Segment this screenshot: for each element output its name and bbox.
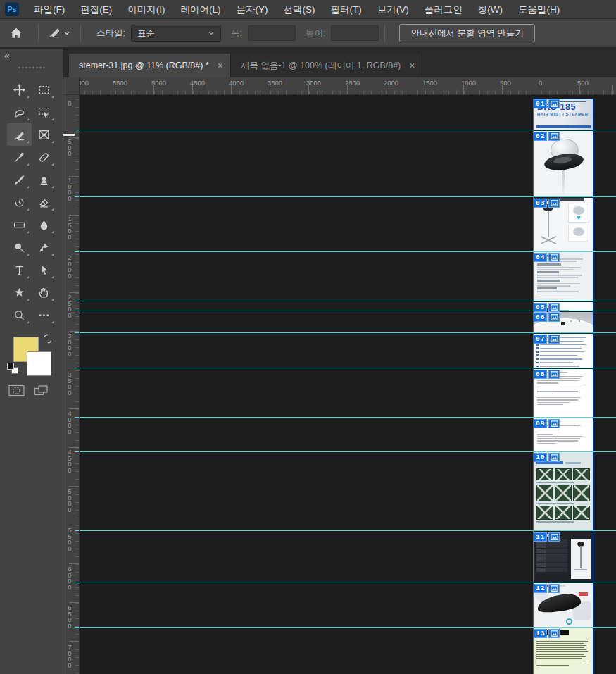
slice-image-icon	[548, 370, 560, 379]
slice-badge-13[interactable]: 13	[534, 629, 560, 638]
slice-badge-09[interactable]: 09	[534, 419, 560, 428]
menu-item[interactable]: 창(W)	[470, 0, 510, 19]
guide-line[interactable]	[80, 451, 616, 452]
dodge-tool-icon[interactable]	[7, 236, 32, 258]
slice-badge-11[interactable]: 11	[534, 532, 560, 542]
menu-item[interactable]: 선택(S)	[276, 0, 323, 19]
ruler-corner[interactable]	[63, 77, 80, 95]
path-selection-tool-icon[interactable]	[32, 258, 56, 281]
slice-tool-icon[interactable]	[7, 123, 32, 146]
custom-shape-tool-icon[interactable]	[7, 281, 32, 304]
horizontal-ruler[interactable]: 6000550050004500400035003000250020001500…	[80, 77, 616, 95]
slice-number: 06	[534, 313, 547, 322]
swap-colors-icon[interactable]	[42, 333, 54, 347]
guide-line[interactable]	[80, 196, 616, 197]
width-label: 폭:	[231, 27, 242, 39]
pen-tool-icon[interactable]	[32, 236, 56, 258]
assembly-step-photo	[536, 485, 553, 501]
slice-badge-10[interactable]: 10	[534, 453, 560, 462]
guide-tick	[75, 451, 79, 452]
menu-item[interactable]: 파일(F)	[26, 0, 73, 19]
slice-badge-02[interactable]: 02	[534, 132, 560, 141]
slices-from-guides-button[interactable]: 안내선에서 분할 영역 만들기	[399, 24, 534, 42]
panel-grip[interactable]	[18, 66, 46, 69]
eyedropper-tool-icon[interactable]	[7, 146, 32, 168]
guide-line[interactable]	[80, 627, 616, 628]
eraser-tool-icon[interactable]	[32, 191, 56, 213]
clone-stamp-tool-icon[interactable]	[32, 168, 56, 191]
separator	[80, 24, 81, 42]
vertical-ruler[interactable]: 05 0 01 0 0 01 5 0 02 0 0 02 5 0 03 0 0 …	[63, 95, 80, 674]
menu-item[interactable]: 레이어(L)	[173, 0, 229, 19]
spot-healing-tool-icon[interactable]	[32, 146, 56, 168]
guide-tick	[75, 311, 79, 311]
background-color-swatch[interactable]	[27, 351, 51, 376]
menu-item[interactable]: 도움말(H)	[510, 0, 567, 19]
history-brush-tool-icon[interactable]	[7, 191, 32, 213]
slice-badge-05[interactable]: 05	[534, 303, 560, 312]
spec-table-row	[536, 568, 567, 572]
ruler-label: 500	[500, 79, 511, 87]
menu-item[interactable]: 편집(E)	[73, 0, 120, 19]
bullet-icon	[536, 354, 539, 356]
collapse-panel-icon[interactable]: «	[4, 50, 10, 61]
slice-badge-03[interactable]: 03	[534, 199, 560, 208]
menu-item[interactable]: 이미지(I)	[120, 0, 172, 19]
default-colors-icon[interactable]	[7, 363, 18, 374]
home-icon[interactable]	[10, 27, 23, 39]
slice-badge-01[interactable]: 01	[534, 99, 560, 108]
guide-line[interactable]	[80, 417, 616, 418]
guide-line[interactable]	[80, 332, 616, 333]
style-dropdown[interactable]: 표준	[131, 25, 221, 42]
hand-tool-icon[interactable]	[32, 281, 56, 304]
slice-tool-preset[interactable]	[44, 26, 75, 41]
section-heading-line	[537, 280, 560, 282]
text-line	[537, 394, 553, 394]
guide-line[interactable]	[80, 368, 616, 368]
slice-badge-06[interactable]: 06	[534, 313, 560, 322]
slice-badge-08[interactable]: 08	[534, 370, 560, 379]
close-tab-icon[interactable]: ×	[218, 60, 223, 71]
text-line	[537, 277, 578, 278]
rectangular-marquee-tool-icon[interactable]	[32, 78, 56, 101]
object-selection-tool-icon[interactable]	[32, 101, 56, 123]
ruler-label: 2500	[345, 79, 360, 87]
ruler-label: 5 0 0 0	[63, 489, 76, 513]
tab-untitled-1[interactable]: 제목 없음-1 @ 100% (레이어 1, RGB/8#) ×	[231, 54, 423, 77]
blur-tool-icon[interactable]	[32, 213, 56, 236]
bullet-icon	[536, 351, 539, 353]
screen-mode-icon[interactable]	[34, 385, 49, 399]
text-line	[537, 291, 579, 292]
frame-tool-icon[interactable]	[32, 123, 56, 146]
spec-value-cell	[546, 563, 567, 567]
lasso-tool-icon[interactable]	[7, 101, 32, 123]
quick-mask-icon[interactable]	[8, 385, 25, 399]
close-tab-icon[interactable]: ×	[409, 60, 415, 71]
guide-line[interactable]	[80, 530, 616, 531]
guide-line[interactable]	[80, 301, 616, 301]
slice-badge-07[interactable]: 07	[534, 335, 560, 344]
menu-item[interactable]: 필터(T)	[323, 0, 370, 19]
brush-tool-icon[interactable]	[7, 168, 32, 191]
tab-stemer-31[interactable]: stemer-31.jpg @ 11% (RGB/8#) * ×	[69, 54, 231, 77]
more-tools-tool-icon[interactable]	[32, 304, 56, 326]
menu-item[interactable]: 보기(V)	[370, 0, 417, 19]
slice-badge-04[interactable]: 04	[534, 253, 560, 262]
slice-image-icon	[548, 419, 560, 428]
guide-line[interactable]	[80, 582, 616, 582]
guide-line[interactable]	[80, 251, 616, 252]
zoom-tool-icon[interactable]	[7, 304, 32, 326]
menu-item[interactable]: 플러그인	[417, 0, 470, 19]
menu-item[interactable]: 문자(Y)	[229, 0, 276, 19]
photoshop-logo-icon[interactable]: Ps	[5, 2, 19, 16]
move-tool-icon[interactable]	[7, 78, 32, 101]
slice-number: 01	[534, 99, 547, 108]
guide-line[interactable]	[80, 130, 616, 130]
options-bar: 스타일: 표준 폭: 높이: 안내선에서 분할 영역 만들기	[0, 19, 616, 48]
steamer-stand-photo	[548, 211, 549, 237]
type-tool-icon[interactable]	[7, 258, 32, 281]
ruler-label: 1 0 0 0	[63, 177, 76, 201]
slice-badge-12[interactable]: 12	[534, 584, 560, 593]
canvas[interactable]: DRS-185HAIR MIST / STEAMER01020304050607…	[80, 95, 616, 674]
gradient-tool-icon[interactable]	[7, 213, 32, 236]
